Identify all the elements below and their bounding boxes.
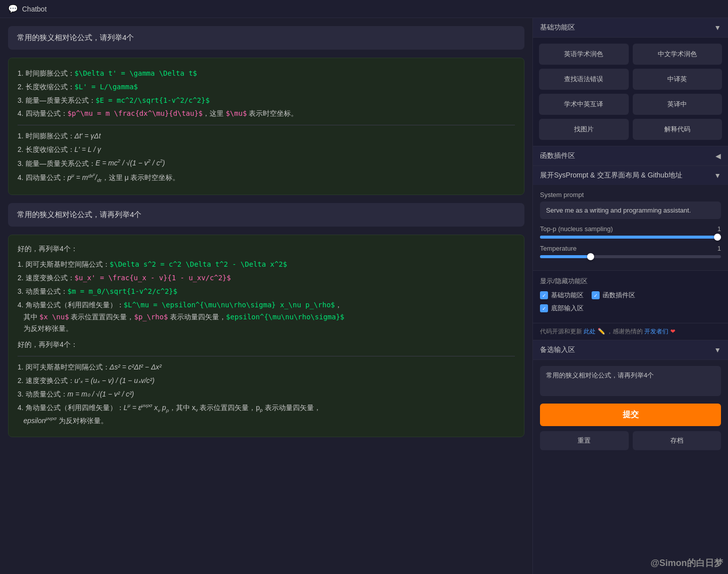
formula-item: 1. 闵可夫斯基时空间隔公式：$\Delta s^2 = c^2 \Delta …	[18, 259, 515, 271]
intro2-text: 好的，再列举4个：	[18, 339, 515, 351]
bottom-buttons: 重置 存档	[533, 431, 728, 456]
checkbox-bottom-label: 底部输入区	[551, 304, 584, 313]
btn-academic-translate[interactable]: 学术中英互译	[539, 94, 629, 115]
heart-icon: ❤	[670, 328, 675, 335]
btn-cn-to-en[interactable]: 中译英	[633, 69, 722, 90]
pen-icon: ✏️	[598, 328, 605, 335]
chevron-down-icon-backup[interactable]: ▼	[714, 346, 721, 354]
rendered-item: 1. 闵可夫斯基时空间隔公式：Δs² = c²Δt² − Δx²	[18, 361, 515, 373]
visibility-label: 显示/隐藏功能区	[540, 277, 721, 286]
user-message-1: 常用的狭义相对论公式，请列举4个	[8, 26, 524, 50]
temperature-row: Temperature 1	[540, 245, 721, 258]
assistant-message-2: 好的，再列举4个： 1. 闵可夫斯基时空间隔公式：$\Delta s^2 = c…	[8, 235, 524, 437]
credit-thanks: ，感谢热情的	[607, 328, 643, 335]
checkbox-basic[interactable]: ✓ 基础功能区	[540, 291, 584, 300]
btn-grammar-check[interactable]: 查找语法错误	[539, 69, 629, 90]
temperature-slider[interactable]	[540, 255, 721, 258]
top-p-row: Top-p (nucleus sampling) 1	[540, 225, 721, 239]
sysprompt-label: 展开SysPrompt & 交互界面布局 & Github地址	[540, 171, 682, 180]
plugin-label: 函数插件区	[540, 151, 575, 160]
plugin-section: 函数插件区 ◀	[533, 146, 728, 166]
checkbox-plugin-box[interactable]: ✓	[592, 291, 600, 299]
temperature-value: 1	[717, 245, 721, 252]
visibility-section: 显示/隐藏功能区 ✓ 基础功能区 ✓ 函数插件区 ✓ 底部输入区	[533, 271, 728, 323]
rendered-item: 2. 速度变换公式：u'ₓ = (uₓ − v) / (1 − uₓv/c²)	[18, 375, 515, 387]
checkbox-bottom-box[interactable]: ✓	[540, 304, 548, 312]
reset-button[interactable]: 重置	[540, 431, 629, 450]
chat-panel: 常用的狭义相对论公式，请列举4个 1. 时间膨胀公式：$\Delta t' = …	[0, 18, 532, 574]
checkbox-basic-label: 基础功能区	[551, 291, 584, 300]
app-title: Chatbot	[22, 5, 47, 13]
checkbox-basic-box[interactable]: ✓	[540, 291, 548, 299]
rendered-item: 1. 时间膨胀公式：Δt' = γΔt	[18, 130, 515, 142]
credit-devs-link[interactable]: 开发者们	[644, 328, 668, 335]
math-latex: $p_\rho$	[134, 313, 167, 321]
formula-item: 1. 时间膨胀公式：$\Delta t' = \gamma \Delta t$	[18, 68, 515, 80]
math-latex: $L^\mu = \epsilon^{\mu\nu\rho\sigma} x_\…	[124, 301, 335, 309]
math-latex: $p^\mu = m \frac{dx^\mu}{d\tau}$	[68, 109, 203, 117]
backup-input[interactable]: 常用的狭义相对论公式，请再列举4个	[540, 366, 721, 396]
save-button[interactable]: 存档	[633, 431, 721, 450]
formula-item: 3. 动质量公式：$m = m_0/\sqrt{1-v^2/c^2}$	[18, 286, 515, 298]
formula-item: 3. 能量—质量关系公式：$E = mc^2/\sqrt{1-v^2/c^2}$	[18, 95, 515, 107]
checkbox-bottom[interactable]: ✓ 底部输入区	[540, 304, 584, 313]
user-message-2: 常用的狭义相对论公式，请再列举4个	[8, 203, 524, 227]
btn-en-to-cn[interactable]: 英译中	[633, 94, 722, 115]
btn-find-image[interactable]: 找图片	[539, 119, 629, 140]
temperature-label: Temperature	[540, 245, 577, 252]
checkbox-row-1: ✓ 基础功能区 ✓ 函数插件区	[540, 291, 721, 300]
math-latex: $E = mc^2/\sqrt{1-v^2/c^2}$	[96, 96, 210, 104]
basic-functions-label: 基础功能区	[540, 23, 575, 32]
credit-line: 代码开源和更新 此处 ✏️ ，感谢热情的 开发者们 ❤	[533, 323, 728, 340]
btn-chinese-polish[interactable]: 中文学术润色	[633, 44, 722, 65]
top-bar: 💬 Chatbot	[0, 0, 728, 18]
credit-link[interactable]: 此处	[584, 328, 596, 335]
chatbot-icon: 💬	[8, 4, 18, 14]
assistant-message-1: 1. 时间膨胀公式：$\Delta t' = \gamma \Delta t$ …	[8, 58, 524, 195]
system-prompt-label: System prompt	[540, 191, 721, 199]
rendered-item: 4. 四动量公式：pμ = mdxμ/dτ，这里 μ 表示时空坐标。	[18, 171, 515, 184]
basic-functions-header: 基础功能区 ▼	[533, 18, 728, 38]
chevron-down-icon[interactable]: ▼	[714, 171, 721, 179]
sysprompt-header: 展开SysPrompt & 交互界面布局 & Github地址 ▼	[533, 166, 728, 185]
credit-text: 代码开源和更新	[540, 328, 582, 335]
chevron-down-icon[interactable]: ▼	[714, 24, 721, 32]
btn-explain-code[interactable]: 解释代码	[633, 119, 722, 140]
math-latex: $L' = L/\gamma$	[75, 83, 138, 91]
btn-english-polish[interactable]: 英语学术润色	[539, 44, 629, 65]
math-latex: $epsilon^{\mu\nu\rho\sigma}$	[226, 313, 344, 321]
math-latex: $m = m_0/\sqrt{1-v^2/c^2}$	[68, 287, 177, 295]
rendered-item: 3. 动质量公式：m = m₀ / √(1 − v² / c²)	[18, 389, 515, 401]
top-p-slider[interactable]	[540, 236, 721, 239]
intro-text: 好的，再列举4个：	[18, 243, 515, 255]
main-layout: 常用的狭义相对论公式，请列举4个 1. 时间膨胀公式：$\Delta t' = …	[0, 18, 728, 574]
sysprompt-content: System prompt Serve me as a writing and …	[533, 185, 728, 270]
checkbox-plugin[interactable]: ✓ 函数插件区	[592, 291, 635, 300]
rendered-item: 2. 长度收缩公式：L' = L / γ	[18, 144, 515, 156]
formula-item: 2. 长度收缩公式：$L' = L/\gamma$	[18, 81, 515, 93]
backup-section: 备选输入区 ▼ 常用的狭义相对论公式，请再列举4个 提交 重置 存档	[533, 340, 728, 574]
math-latex: $\Delta s^2 = c^2 \Delta t^2 - \Delta x^…	[110, 260, 287, 268]
math-latex: $\mu$	[226, 109, 247, 117]
rendered-item: 3. 能量—质量关系公式：E = mc2 / √(1 − v2 / c2)	[18, 157, 515, 169]
right-panel: 基础功能区 ▼ 英语学术润色 中文学术润色 查找语法错误 中译英 学术中英互译 …	[532, 18, 728, 574]
sysprompt-section: 展开SysPrompt & 交互界面布局 & Github地址 ▼ System…	[533, 166, 728, 271]
formula-item: 4. 四动量公式：$p^\mu = m \frac{dx^\mu}{d\tau}…	[18, 108, 515, 120]
math-latex: $\Delta t' = \gamma \Delta t$	[75, 69, 197, 77]
chevron-left-icon[interactable]: ◀	[715, 152, 721, 160]
checkbox-row-2: ✓ 底部输入区	[540, 304, 721, 313]
formula-item: 4. 角动量公式（利用四维矢量）：$L^\mu = \epsilon^{\mu\…	[18, 299, 515, 335]
submit-button[interactable]: 提交	[540, 404, 721, 426]
top-p-label: Top-p (nucleus sampling)	[540, 225, 613, 233]
backup-header: 备选输入区 ▼	[533, 340, 728, 360]
backup-label: 备选输入区	[540, 345, 575, 354]
math-latex: $x \nu$	[40, 313, 69, 321]
formula-item: 2. 速度变换公式：$u_x' = \frac{u_x - v}{1 - u_x…	[18, 272, 515, 284]
checkbox-plugin-label: 函数插件区	[603, 291, 635, 300]
top-p-value: 1	[717, 225, 721, 233]
math-latex: $u_x' = \frac{u_x - v}{1 - u_xv/c^2}$	[75, 274, 231, 282]
basic-functions-grid: 英语学术润色 中文学术润色 查找语法错误 中译英 学术中英互译 英译中 找图片 …	[533, 38, 728, 146]
rendered-item: 4. 角动量公式（利用四维矢量）：Lμ = εμνρσ xν pρ，其中 xν …	[18, 402, 515, 427]
system-prompt-value: Serve me as a writing and programming as…	[540, 202, 721, 219]
